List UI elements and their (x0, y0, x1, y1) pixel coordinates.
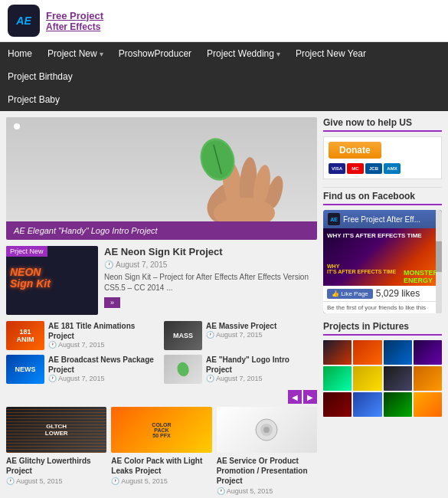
amex-icon: AMX (384, 163, 401, 174)
nav-birthday[interactable]: Project Birthday (0, 65, 80, 88)
mini-thumb-broadcast[interactable]: NEWS (6, 355, 44, 384)
svg-point-12 (263, 427, 270, 433)
nav-new-year[interactable]: Project New Year (288, 42, 374, 65)
slide-clock-1: 🕐 (111, 477, 119, 485)
pn-thumb[interactable]: Prject New NEON Sign Kit (6, 246, 98, 315)
page-wrapper: AE Free Project After Effects Home Proje… (0, 0, 448, 498)
main-nav: Home Project New ProshowProducer Project… (0, 42, 448, 111)
banner-caption: AE Elegant "Handy" Logo Intro Project (6, 221, 317, 240)
nav-proshow[interactable]: ProshowProducer (111, 42, 199, 65)
neon-text: NEON Sign Kit (6, 263, 98, 294)
pic-item-11[interactable] (384, 392, 412, 417)
fb-preview-why: WHYIT'S AFTER EFFECTS TIME (327, 264, 396, 274)
projects-pictures-section: Projects in Pictures (323, 321, 442, 417)
pic-item-10[interactable] (353, 392, 381, 417)
mini-thumb-massive[interactable]: MASS (164, 321, 202, 350)
mini-title-1[interactable]: AE Massive Project (206, 321, 317, 331)
logo-text: Free Project After Effects (46, 10, 103, 32)
jcb-icon: JCB (365, 163, 382, 174)
mini-thumb-181[interactable]: 181ANIM (6, 321, 44, 350)
main-column: AE Elegant "Handy" Logo Intro Project Pr… (6, 117, 317, 498)
slide-thumb-glitchy[interactable]: GLTCHLOWER (6, 407, 106, 453)
slide-arrows: ◀ ▶ (288, 390, 317, 404)
site-header: AE Free Project After Effects (0, 0, 448, 42)
slide-date-text-2: August 5, 2015 (227, 487, 273, 495)
pic-item-3[interactable] (384, 340, 412, 365)
pic-item-5[interactable] (323, 366, 352, 391)
slide-item-0: GLTCHLOWER AE Glitchy Lowerthirds Projec… (6, 407, 106, 495)
pic-item-9[interactable] (323, 392, 352, 417)
nav-row-2: Project Baby (0, 88, 448, 111)
sidebar: Give now to help US Donate VISA MC JCB A… (323, 117, 442, 498)
mini-info-3: AE "Handy" Logo Intro Project 🕐 August 7… (206, 355, 317, 382)
slide-thumb-service[interactable] (217, 407, 317, 453)
featured-banner[interactable]: AE Elegant "Handy" Logo Intro Project (6, 117, 317, 240)
slide-date-2: 🕐 August 5, 2015 (217, 487, 317, 495)
leaf-svg (195, 136, 240, 182)
nav-project-new[interactable]: Project New (40, 42, 111, 65)
slide-title-1[interactable]: AE Color Pack with Light Leaks Project (111, 456, 211, 476)
mini-title-0[interactable]: AE 181 Title Animations Project (48, 321, 159, 341)
slide-title-2[interactable]: AE Service Or Product Promotion / Presen… (217, 456, 317, 486)
prev-arrow[interactable]: ◀ (288, 390, 302, 404)
projects-pictures-title: Projects in Pictures (323, 321, 442, 336)
mini-item-2: NEWS AE Broadcast News Package Project 🕐… (6, 355, 159, 384)
content-area: AE Elegant "Handy" Logo Intro Project Pr… (0, 111, 448, 498)
donate-box: Donate VISA MC JCB AMX (323, 136, 442, 179)
pic-item-12[interactable] (414, 392, 442, 417)
nav-baby[interactable]: Project Baby (0, 88, 67, 111)
next-arrow[interactable]: ▶ (303, 390, 317, 404)
neon-line2: Sign Kit (10, 278, 94, 290)
service-svg (251, 414, 282, 445)
handy-mini-svg (172, 359, 194, 380)
mini-title-2[interactable]: AE Broadcast News Package Project (48, 355, 159, 375)
slide-thumb-colorpack[interactable]: COLORPACK50 PFX (111, 407, 211, 453)
pn-desc: Neon Sign Kit – Project for After Effect… (104, 272, 317, 293)
pic-item-2[interactable] (353, 340, 381, 365)
fb-monster-text: MONSTERENERGY (404, 269, 438, 284)
mini-thumb-handy[interactable] (164, 355, 202, 384)
pn-date-text: August 7, 2015 (116, 260, 167, 269)
pn-badge: Prject New (6, 246, 47, 257)
mini-date-3: 🕐 August 7, 2015 (206, 375, 317, 382)
pn-more-btn[interactable]: » (104, 297, 120, 308)
nav-row: Home Project New ProshowProducer Project… (0, 42, 448, 88)
logo-ae-text: AE (16, 15, 31, 27)
mini-item-3: AE "Handy" Logo Intro Project 🕐 August 7… (164, 355, 317, 384)
facebook-section: Find us on Facebook AE Free Project Afte… (323, 191, 442, 313)
mini-date-text-0: August 7, 2015 (58, 341, 105, 349)
nav-wedding[interactable]: Project Wedding (199, 42, 288, 65)
nav-home[interactable]: Home (0, 42, 40, 65)
pic-item-1[interactable] (323, 340, 352, 365)
pic-item-7[interactable] (384, 366, 412, 391)
mini-title-3[interactable]: AE "Handy" Logo Intro Project (206, 355, 317, 375)
pic-grid (323, 340, 442, 417)
slide-date-0: 🕐 August 5, 2015 (6, 477, 106, 485)
slide-title-0[interactable]: AE Glitchy Lowerthirds Project (6, 456, 106, 476)
fb-scrollbar[interactable] (436, 210, 442, 313)
mini-date-1: 🕐 August 7, 2015 (206, 331, 317, 339)
thumb-inner-massive: MASS (164, 321, 202, 350)
mini-date-0: 🕐 August 7, 2015 (48, 341, 159, 349)
thumb-inner-broadcast: NEWS (6, 355, 44, 384)
slide-date-1: 🕐 August 5, 2015 (111, 477, 211, 485)
donate-button[interactable]: Donate (329, 142, 381, 159)
svg-point-9 (175, 361, 190, 378)
mini-date-text-3: August 7, 2015 (216, 375, 263, 382)
banner-dot (14, 123, 20, 129)
mini-date-2: 🕐 August 7, 2015 (48, 375, 159, 382)
slideshow-section: ◀ ▶ GLTCHLOWER AE Glitchy Lowerthirds Pr… (6, 390, 317, 495)
pic-item-8[interactable] (414, 366, 442, 391)
slide-clock-2: 🕐 (217, 487, 225, 495)
fb-preview: WHY IT'S AFTER EFFECTS TIME WHYIT'S AFTE… (323, 228, 442, 286)
logo-icon: AE (8, 5, 40, 37)
pic-item-4[interactable] (414, 340, 442, 365)
pic-item-6[interactable] (353, 366, 381, 391)
mini-info-2: AE Broadcast News Package Project 🕐 Augu… (48, 355, 159, 382)
fb-like-bar: 👍 Like Page 5,029 likes (323, 286, 442, 301)
donate-title: Give now to help US (323, 117, 442, 132)
mastercard-icon: MC (347, 163, 364, 174)
mini-clock-0: 🕐 (48, 341, 57, 349)
like-button[interactable]: 👍 Like Page (327, 289, 373, 299)
pn-title[interactable]: AE Neon Sign Kit Project (104, 246, 317, 257)
